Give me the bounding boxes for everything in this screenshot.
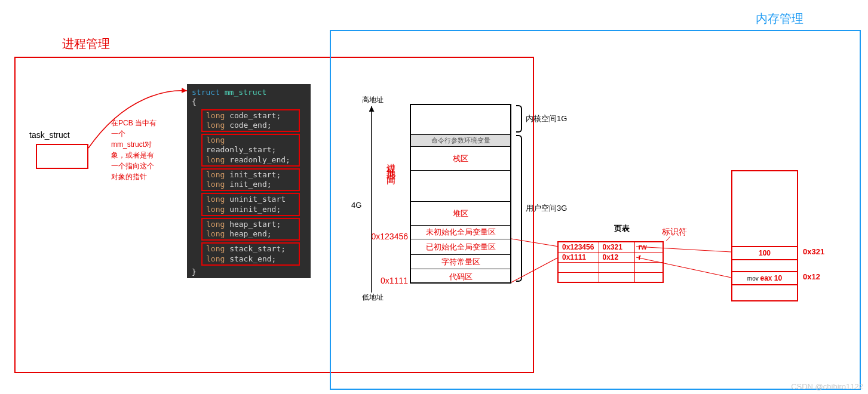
phys-addr-2: 0x12 xyxy=(803,272,820,281)
table-cell: 0x123456 xyxy=(558,242,599,252)
brace-kernel xyxy=(516,105,522,133)
note-l6: 对象的指针 xyxy=(111,173,147,181)
watermark: CSDN @chihiro1122 xyxy=(791,382,863,391)
code-line: long heap_end; xyxy=(206,229,295,239)
page-table: 0x1234560x321rw0x11110x12r xyxy=(557,241,664,283)
memory-title: 内存管理 xyxy=(756,11,803,27)
mm-struct-code: struct mm_struct { long code_start;long … xyxy=(187,84,311,278)
label-user: 用户空间3G xyxy=(526,203,567,214)
table-row: 0x11110x12r xyxy=(558,252,663,262)
mem-row: 堆区 xyxy=(411,202,510,226)
brace-open: { xyxy=(192,97,306,107)
label-high-addr: 高地址 xyxy=(362,95,384,105)
code-line: long heap_start; xyxy=(206,220,295,229)
note-l3: mm_struct对 xyxy=(111,140,152,149)
mem-row: 代码区 xyxy=(411,269,510,285)
note-l5: 一个指向这个 xyxy=(111,162,154,170)
mem-row: 栈区 xyxy=(411,147,510,171)
code-line: long code_end; xyxy=(206,121,295,130)
table-cell xyxy=(634,262,663,272)
phys-row-2: mov eax 10 xyxy=(731,271,798,285)
note-l2: 一个 xyxy=(111,130,125,138)
table-cell: r xyxy=(634,252,663,262)
code-field-group: long uninit_startlong uninit_end; xyxy=(201,193,300,216)
phys-addr-1: 0x321 xyxy=(803,247,824,256)
task-struct-label: task_struct xyxy=(29,130,70,140)
process-title: 进程管理 xyxy=(62,36,110,52)
note-l1: 在PCB 当中有 xyxy=(111,119,157,127)
kw-struct: struct xyxy=(192,88,225,97)
table-cell xyxy=(558,272,599,282)
mem-row: 字符常量区 xyxy=(411,255,510,269)
table-cell: 0x321 xyxy=(599,242,634,252)
task-struct-box xyxy=(36,144,88,169)
label-kernel: 内核空间1G xyxy=(526,113,567,124)
code-line: long uninit_start xyxy=(206,195,295,204)
table-cell: 0x1111 xyxy=(558,252,599,262)
table-cell xyxy=(599,272,634,282)
code-line: long stack_start; xyxy=(206,244,295,254)
table-cell xyxy=(558,262,599,272)
table-row: 0x1234560x321rw xyxy=(558,242,663,252)
phys-row2-pre: mov xyxy=(747,275,760,282)
code-field-group: long stack_start;long stack_end; xyxy=(201,242,300,266)
code-line: long readonly_start; xyxy=(206,136,295,155)
mem-row: 已初始化全局变量区 xyxy=(411,239,510,255)
code-line: long code_start; xyxy=(206,111,295,121)
table-cell xyxy=(634,272,663,282)
label-4g: 4G xyxy=(351,201,361,210)
task-annotation: 在PCB 当中有 一个 mm_struct对 象，或者是有 一个指向这个 对象的… xyxy=(111,118,165,182)
mem-row xyxy=(411,171,510,202)
table-cell: rw xyxy=(634,242,663,252)
code-field-group: long code_start;long code_end; xyxy=(201,109,300,133)
mem-row: 命令行参数环境变量 xyxy=(411,135,510,147)
mem-row xyxy=(411,105,510,135)
table-row xyxy=(558,272,663,282)
page-table-flag-label: 标识符 xyxy=(662,227,687,238)
label-low-addr: 低地址 xyxy=(362,293,384,303)
addr-2: 0x1111 xyxy=(364,276,408,285)
table-row xyxy=(558,262,663,272)
label-addr-space: 进程地址空间 xyxy=(385,156,397,171)
code-line: long init_end; xyxy=(206,180,295,189)
code-field-group: long heap_start;long heap_end; xyxy=(201,218,300,241)
code-line: long readonly_end; xyxy=(206,155,295,165)
mem-row: 未初始化全局变量区 xyxy=(411,226,510,239)
phys-row2-ins: eax 10 xyxy=(760,274,782,282)
code-field-group: long readonly_start;long readonly_end; xyxy=(201,134,300,167)
note-l4: 象，或者是有 xyxy=(111,151,154,159)
brace-user xyxy=(516,135,522,282)
code-field-group: long init_start;long init_end; xyxy=(201,168,300,192)
code-line: long stack_end; xyxy=(206,254,295,264)
code-line: long uninit_end; xyxy=(206,205,295,214)
table-cell xyxy=(599,262,634,272)
physical-memory: 100 mov eax 10 xyxy=(731,170,798,301)
phys-row-1: 100 xyxy=(731,246,798,260)
table-cell: 0x12 xyxy=(599,252,634,262)
brace-close: } xyxy=(192,267,306,277)
page-table-title: 页表 xyxy=(614,223,630,234)
addr-1: 0x123456 xyxy=(364,232,408,241)
memory-layout: 命令行参数环境变量栈区堆区未初始化全局变量区已初始化全局变量区字符常量区代码区 xyxy=(410,104,511,284)
code-line: long init_start; xyxy=(206,170,295,180)
